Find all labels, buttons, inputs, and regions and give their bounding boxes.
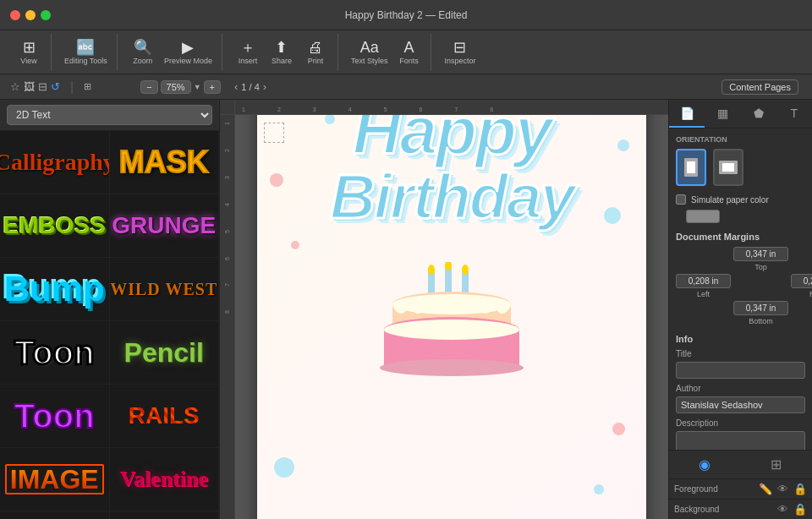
birthday-text: Birthday	[330, 161, 573, 232]
canvas-scroll[interactable]: Happy Birthday	[235, 115, 668, 519]
style-item-wildwest[interactable]: WILD WEST	[110, 258, 220, 321]
preview-button[interactable]: ▶ Preview Mode	[160, 36, 217, 69]
dot-8	[274, 457, 294, 478]
style-type-select[interactable]: 2D Text	[7, 105, 212, 125]
title-input[interactable]	[676, 362, 805, 379]
style-item-image[interactable]: IMAGE	[0, 448, 110, 511]
inspector-tab-shape[interactable]: ⬟	[741, 100, 776, 128]
left-margin-input[interactable]	[676, 274, 731, 288]
inspector-icon: ⊟	[453, 40, 466, 55]
style-item-mask[interactable]: MASK	[110, 131, 220, 194]
view-button[interactable]: ⊞ View	[12, 36, 46, 69]
style-item-bump[interactable]: Bump	[0, 258, 110, 321]
dot-9	[612, 423, 625, 435]
top-label: Top	[754, 263, 767, 271]
style-item-rails[interactable]: RAILS	[110, 385, 220, 448]
fonts-button[interactable]: A Fonts	[392, 36, 425, 69]
portrait-icon	[684, 158, 698, 177]
landscape-page	[722, 163, 734, 172]
zoom-in-button[interactable]: +	[204, 80, 221, 94]
inspector-tab-layout[interactable]: ▦	[705, 100, 740, 128]
prev-page-button[interactable]: ‹	[234, 80, 238, 93]
inspector-tab-text[interactable]: T	[776, 100, 812, 128]
editing-tools-button[interactable]: 🔤 Editing Tools	[60, 36, 112, 69]
svg-point-11	[384, 320, 519, 340]
page-canvas[interactable]: Happy Birthday	[257, 115, 646, 519]
inspector-tab-document[interactable]: 📄	[669, 100, 705, 128]
landscape-option[interactable]	[713, 149, 743, 186]
top-margin-input[interactable]	[733, 247, 788, 261]
canvas-area: 1 2 3 4 5 6 7 8 1 2 3 4 5 6 7 8	[220, 100, 668, 519]
close-button[interactable]	[10, 10, 20, 20]
style-label-toon2: Toon	[14, 399, 95, 433]
background-visibility-icon[interactable]: 👁	[777, 503, 788, 516]
insert-button[interactable]: ＋ Insert	[231, 36, 265, 69]
text-styles-button[interactable]: Aa Text Styles	[347, 36, 392, 69]
bottom-label: Bottom	[749, 317, 773, 325]
foreground-lock-icon[interactable]: 🔒	[793, 483, 807, 495]
toolbar-icon-3[interactable]: ⊟	[38, 80, 47, 93]
style-item-toon1[interactable]: Toon	[0, 321, 110, 385]
minimize-button[interactable]	[25, 10, 36, 20]
style-grid: Calligraphy MASK EMBOSS GRUNGE Bump WILD…	[0, 131, 219, 519]
share-button[interactable]: ⬆ Share	[265, 36, 299, 69]
style-item-valentine[interactable]: Valentine	[110, 448, 220, 511]
content-pages-button[interactable]: Content Pages	[721, 79, 798, 95]
bottom-tab-grid[interactable]: ⊞	[741, 451, 813, 478]
paper-color-swatch[interactable]	[686, 210, 720, 223]
description-info-row: Description	[676, 418, 805, 450]
toolbar-icon-4[interactable]: ↺	[51, 80, 60, 93]
dot-5	[270, 173, 283, 187]
description-input[interactable]	[676, 431, 805, 450]
print-button[interactable]: 🖨 Print	[299, 36, 332, 69]
right-margin-input[interactable]	[791, 274, 812, 288]
portrait-page	[687, 161, 695, 173]
style-item-grunge[interactable]: GRUNGE	[110, 194, 220, 258]
bottom-tab-layers[interactable]: ◉	[669, 451, 741, 478]
toolbar-icon-2[interactable]: 🖼	[24, 80, 35, 93]
orientation-label: Orientation	[676, 135, 805, 144]
zoom-dropdown-icon: ▼	[194, 83, 201, 91]
style-label-grunge: GRUNGE	[112, 214, 216, 238]
portrait-option[interactable]	[676, 149, 706, 186]
traffic-lights	[10, 10, 51, 20]
next-page-button[interactable]: ›	[263, 80, 266, 93]
author-input[interactable]	[676, 396, 805, 413]
style-item-zombie[interactable]: Zombie	[0, 511, 110, 519]
h-ruler-ticks: 1 2 3 4 5 6 7 8	[235, 100, 525, 114]
style-item-calligraphy[interactable]: Calligraphy	[0, 131, 110, 194]
zoom-out-button[interactable]: −	[140, 80, 157, 94]
margins-section: Document Margins Top Left	[676, 232, 805, 325]
foreground-row: Foreground ✏️ 👁 🔒	[669, 478, 812, 499]
bottom-margin-input[interactable]	[733, 301, 788, 315]
foreground-icons: ✏️ 👁 🔒	[759, 483, 807, 495]
style-label-toon1: Toon	[14, 336, 95, 369]
style-item-pencil[interactable]: Pencil	[110, 321, 220, 385]
left-label: Left	[697, 290, 710, 298]
svg-point-5	[462, 265, 469, 275]
toolbar-group-inspector: ⊟ Inspector	[435, 34, 485, 71]
style-item-toon2[interactable]: Toon	[0, 385, 110, 448]
bottom-margin-group: Bottom	[733, 301, 788, 325]
landscape-icon	[719, 161, 738, 174]
preview-icon: ▶	[182, 40, 194, 55]
foreground-label: Foreground	[674, 484, 718, 494]
page-navigation: ‹ 1 / 4 ›	[234, 80, 266, 93]
zoom-button[interactable]: 🔍 Zoom	[126, 36, 160, 69]
foreground-visibility-icon[interactable]: 👁	[777, 483, 788, 495]
simulate-paper-checkbox[interactable]	[676, 194, 686, 205]
style-item-football[interactable]: FOOTBALL	[110, 511, 220, 519]
style-item-emboss[interactable]: EMBOSS	[0, 194, 110, 258]
inspector-button[interactable]: ⊟ Inspector	[440, 36, 480, 69]
foreground-edit-icon[interactable]: ✏️	[759, 483, 772, 495]
toolbar-icon-1[interactable]: ☆	[10, 80, 20, 93]
toolbar-group-editing: 🔤 Editing Tools	[55, 34, 118, 71]
sec-sep: |	[70, 79, 74, 95]
zoom-value[interactable]: 75%	[161, 80, 191, 94]
background-lock-icon[interactable]: 🔒	[793, 503, 807, 516]
toolbar-group-insert: ＋ Insert ⬆ Share 🖨 Print	[226, 34, 338, 71]
print-icon: 🖨	[308, 40, 323, 55]
ruler-corner	[220, 100, 235, 115]
maximize-button[interactable]	[41, 10, 51, 20]
grid-icon[interactable]: ⊞	[84, 81, 91, 92]
